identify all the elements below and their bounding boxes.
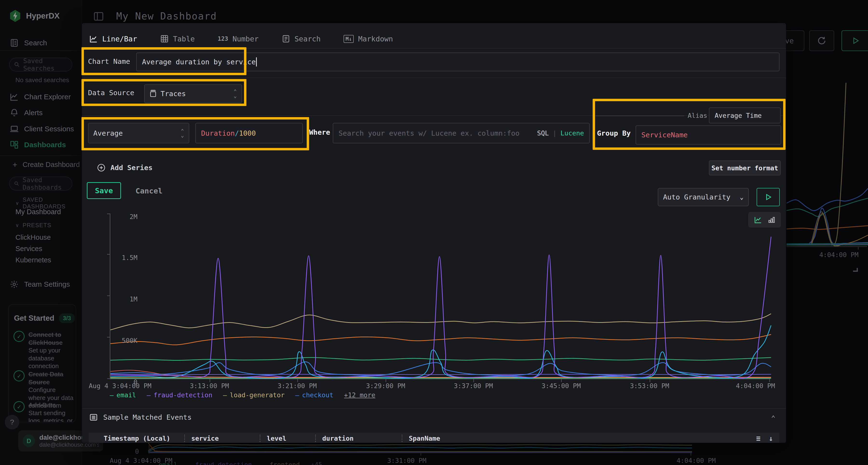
y-axis-label: 2M xyxy=(129,213,137,221)
line-chart-icon xyxy=(89,34,98,43)
legend-item[interactable]: —fraud-detection xyxy=(147,391,212,399)
where-input[interactable]: Search your events w/ Lucene ex. column:… xyxy=(333,123,590,143)
tab-table[interactable]: Table xyxy=(160,34,195,43)
legend-swatch: — xyxy=(110,391,114,399)
tab-search[interactable]: Search xyxy=(282,34,321,43)
annotation-group-by xyxy=(593,99,785,150)
set-number-format-button[interactable]: Set number format xyxy=(709,161,781,175)
column-header[interactable]: duration xyxy=(322,435,353,442)
sample-events-header: Sample Matched Events xyxy=(89,413,192,422)
axis-tick xyxy=(107,295,110,296)
column-separator xyxy=(260,435,260,442)
axis-tick xyxy=(107,254,110,255)
tab-line-bar[interactable]: Line/Bar xyxy=(89,34,137,43)
column-header[interactable]: Timestamp (Local) xyxy=(104,435,170,442)
column-separator xyxy=(402,435,402,442)
legend-item[interactable]: —load-generator xyxy=(223,391,285,399)
tab-number[interactable]: 123 Number xyxy=(218,35,259,43)
plus-circle-icon xyxy=(97,163,105,172)
column-separator xyxy=(184,435,185,442)
axis-tick xyxy=(561,379,562,382)
events-table-header: Timestamp (Local) service level duration… xyxy=(89,433,779,443)
cancel-button[interactable]: Cancel xyxy=(135,187,162,195)
modal-chart-svg xyxy=(111,213,771,379)
chart-legend: —email —fraud-detection —load-generator … xyxy=(110,391,375,399)
axis-tick xyxy=(650,379,650,382)
tab-markdown[interactable]: M↓ Markdown xyxy=(344,35,393,43)
lucene-toggle[interactable]: Lucene xyxy=(560,129,584,137)
x-axis-label: 3:13:00 PM xyxy=(190,382,229,390)
x-axis-label: 3:53:00 PM xyxy=(630,382,669,390)
legend-item[interactable]: —checkout xyxy=(296,391,334,399)
table-icon xyxy=(160,34,169,43)
run-query-button[interactable] xyxy=(756,188,780,206)
collapse-section-chevron[interactable]: ⌃ xyxy=(771,414,775,422)
axis-tick xyxy=(385,379,386,382)
sql-toggle[interactable]: SQL xyxy=(537,129,549,137)
where-label: Where xyxy=(309,128,330,136)
annotation-chart-name xyxy=(82,47,246,75)
legend-swatch: — xyxy=(296,391,299,399)
y-axis-label: 500K xyxy=(122,337,137,344)
add-series-button[interactable]: Add Series xyxy=(97,163,153,172)
axis-tick xyxy=(107,337,110,337)
legend-swatch: — xyxy=(223,391,227,399)
legend-item[interactable]: —email xyxy=(110,391,136,399)
column-header[interactable]: service xyxy=(191,435,219,442)
where-placeholder: Search your events w/ Lucene ex. column:… xyxy=(339,129,520,137)
granularity-select[interactable]: Auto Granularity ⌄ xyxy=(658,188,749,206)
column-separator xyxy=(315,435,316,442)
number-123-icon: 123 xyxy=(218,35,228,42)
axis-tick xyxy=(210,379,210,382)
document-icon xyxy=(282,34,290,43)
x-axis-label: Aug 4 3:04:00 PM xyxy=(89,382,151,390)
axis-tick xyxy=(769,379,770,382)
column-header[interactable]: SpanName xyxy=(409,435,440,442)
x-axis-label: 4:04:00 PM xyxy=(736,382,775,390)
x-axis-label: 3:37:00 PM xyxy=(454,382,493,390)
annotation-data-source xyxy=(82,79,246,106)
x-axis-label: 3:29:00 PM xyxy=(366,382,405,390)
modal-chart-plot[interactable]: 0 500K 1M 1.5M 2M Aug 4 3:04:00 PM 3:13:… xyxy=(110,213,770,379)
save-button[interactable]: Save xyxy=(87,182,121,199)
axis-tick xyxy=(107,213,110,214)
play-icon xyxy=(764,193,772,201)
y-axis-label: 1.5M xyxy=(122,254,137,261)
divider xyxy=(82,408,786,409)
y-axis-label: 1M xyxy=(129,295,137,303)
column-header[interactable]: level xyxy=(267,435,286,442)
axis-tick xyxy=(297,379,298,382)
markdown-icon: M↓ xyxy=(344,35,354,43)
legend-more-link[interactable]: +12 more xyxy=(344,391,375,399)
download-icon[interactable]: ↓ xyxy=(769,434,773,442)
toggle-divider: | xyxy=(553,129,557,137)
axis-tick xyxy=(473,379,474,382)
divider xyxy=(82,77,786,78)
editor-tabs: Line/Bar Table 123 Number Search M↓ Mark… xyxy=(89,30,393,47)
chevron-down-icon: ⌄ xyxy=(740,194,744,201)
text-cursor xyxy=(256,57,257,66)
x-axis-label: 3:45:00 PM xyxy=(541,382,581,390)
x-axis-label: 3:21:00 PM xyxy=(278,382,317,390)
axis-tick xyxy=(107,378,110,379)
list-icon xyxy=(89,413,98,422)
annotation-series xyxy=(82,117,309,150)
legend-swatch: — xyxy=(147,391,151,399)
filter-icon[interactable]: ≡ xyxy=(756,434,761,442)
